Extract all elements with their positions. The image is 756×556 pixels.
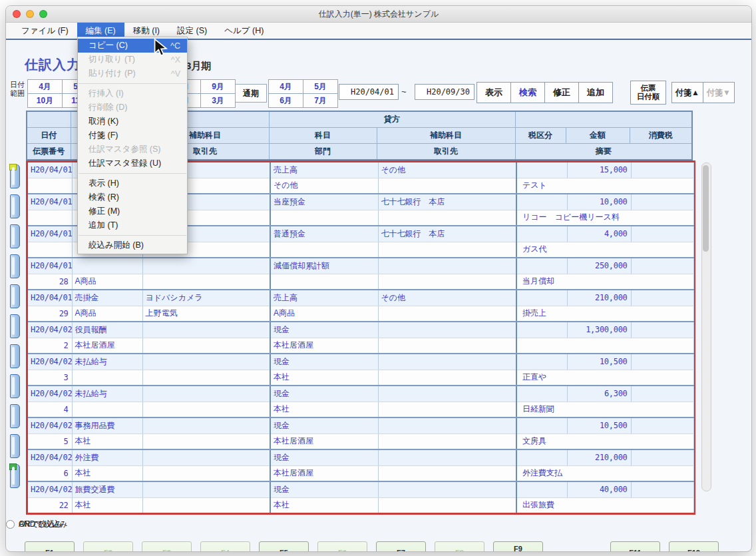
tax-class-cell[interactable] (516, 417, 567, 433)
slip-number-cell[interactable]: 6 (28, 465, 72, 481)
month-button[interactable]: 10月 (28, 94, 62, 107)
table-row[interactable]: 29A商品上野電気A商品掛売上 (28, 306, 693, 322)
date-to-input[interactable]: H20/09/30 (415, 84, 474, 100)
date-cell[interactable]: H20/04/02 (28, 386, 72, 402)
month-button[interactable]: 9月 (201, 80, 235, 93)
month-button[interactable]: 5月 (303, 80, 337, 93)
date-cell[interactable]: H20/04/02 (28, 417, 72, 433)
consumption-tax-cell[interactable] (631, 449, 693, 465)
debit-sub-cell[interactable] (142, 417, 270, 433)
table-row[interactable]: 6本社本社居酒屋外注費支払 (28, 465, 693, 481)
context-menu-item[interactable]: 追加 (T) (78, 218, 187, 232)
credit-sub-cell[interactable]: 七十七銀行 本店 (378, 226, 516, 242)
table-row[interactable]: 5本社本社居酒屋文房具 (28, 433, 693, 449)
debit-dept-cell[interactable] (72, 402, 142, 417)
debit-sub-cell[interactable] (142, 481, 270, 497)
amount-cell[interactable]: 10,000 (567, 194, 631, 210)
slip-number-cell[interactable]: 2 (28, 338, 72, 354)
consumption-tax-cell[interactable] (631, 417, 693, 433)
search-button[interactable]: 検索 (510, 82, 545, 103)
fkey-f1-button[interactable]: F1ヘルプ (25, 541, 75, 552)
fkey-f5-button[interactable]: F5絞込み開始 (259, 541, 309, 552)
table-row[interactable]: H20/04/02役員報酬現金1,300,000 (28, 322, 693, 338)
tax-class-cell[interactable] (516, 386, 567, 402)
credit-dept-cell[interactable]: A商品 (270, 306, 378, 322)
credit-dept-cell[interactable]: 本社 (270, 370, 378, 386)
memo-cell[interactable]: 掛売上 (516, 306, 693, 322)
memo-cell[interactable] (516, 338, 693, 354)
context-menu-item[interactable]: 検索 (R) (78, 190, 187, 204)
slip-number-cell[interactable]: 29 (28, 306, 72, 322)
credit-partner-cell[interactable] (378, 497, 516, 513)
fusen-up-button[interactable]: 付箋▲ (671, 82, 703, 103)
credit-account-cell[interactable]: 現金 (270, 386, 378, 402)
fkey-f12-button[interactable]: F12終了 (669, 541, 719, 552)
amount-cell[interactable]: 6,300 (567, 386, 631, 402)
debit-account-cell[interactable]: 未払給与 (72, 386, 142, 402)
debit-partner-cell[interactable]: 上野電気 (142, 306, 270, 322)
debit-partner-cell[interactable] (142, 433, 270, 449)
month-button[interactable]: 4月 (28, 80, 62, 93)
tax-class-cell[interactable] (516, 481, 567, 497)
debit-sub-cell[interactable] (142, 258, 270, 274)
debit-sub-cell[interactable] (142, 354, 270, 370)
credit-partner-cell[interactable] (378, 274, 516, 290)
date-from-input[interactable]: H20/04/01 (339, 84, 399, 100)
credit-account-cell[interactable]: 現金 (270, 449, 378, 465)
debit-partner-cell[interactable] (142, 497, 270, 513)
memo-cell[interactable]: 日経新聞 (516, 402, 693, 417)
debit-sub-cell[interactable] (142, 386, 270, 402)
minimize-icon[interactable] (26, 10, 34, 18)
debit-sub-cell[interactable] (142, 449, 270, 465)
tax-class-cell[interactable] (516, 354, 567, 370)
scrollbar-thumb[interactable] (703, 165, 709, 252)
tax-class-cell[interactable] (516, 226, 567, 242)
credit-account-cell[interactable]: 売上高 (270, 162, 378, 178)
date-cell[interactable]: H20/04/01 (28, 162, 72, 178)
fkey-f11-button[interactable]: F11付箋 (610, 541, 660, 552)
month-button[interactable]: 6月 (269, 94, 303, 107)
credit-sub-cell[interactable] (378, 354, 516, 370)
credit-sub-cell[interactable] (378, 481, 516, 497)
credit-partner-cell[interactable] (378, 306, 516, 322)
credit-account-cell[interactable]: 現金 (270, 417, 378, 433)
memo-cell[interactable]: 文房具 (516, 433, 693, 449)
consumption-tax-cell[interactable] (631, 481, 693, 497)
credit-partner-cell[interactable] (378, 210, 516, 226)
context-menu-item[interactable]: 取消 (K) (78, 115, 187, 129)
credit-dept-cell[interactable] (270, 242, 378, 258)
debit-dept-cell[interactable]: 本社 (72, 433, 142, 449)
slip-number-cell[interactable]: 22 (28, 497, 72, 513)
amount-cell[interactable]: 4,000 (567, 226, 631, 242)
date-cell[interactable]: H20/04/01 (28, 258, 72, 274)
credit-partner-cell[interactable] (378, 178, 516, 194)
credit-sub-cell[interactable] (378, 449, 516, 465)
credit-account-cell[interactable]: 現金 (270, 322, 378, 338)
context-menu-item[interactable]: 表示 (H) (78, 176, 187, 190)
date-cell[interactable]: H20/04/01 (28, 226, 72, 242)
table-row[interactable]: H20/04/01売掛金ヨドバシカメラ売上高その他210,000 (28, 290, 693, 306)
debit-account-cell[interactable]: 役員報酬 (72, 322, 142, 338)
date-cell[interactable]: H20/04/01 (28, 290, 72, 306)
credit-dept-cell[interactable]: 本社 (270, 497, 378, 513)
debit-dept-cell[interactable]: 本社居酒屋 (72, 338, 142, 354)
context-menu-item[interactable]: コピー (C)^C (78, 39, 187, 53)
credit-sub-cell[interactable] (378, 258, 516, 274)
tax-class-cell[interactable] (516, 290, 567, 306)
tax-class-cell[interactable] (516, 449, 567, 465)
table-row[interactable]: H20/04/02未払給与現金10,500 (28, 354, 693, 370)
menubar-item[interactable]: ヘルプ (H) (216, 23, 272, 39)
credit-sub-cell[interactable] (378, 322, 516, 338)
debit-dept-cell[interactable] (72, 370, 142, 386)
credit-sub-cell[interactable]: その他 (378, 162, 516, 178)
memo-cell[interactable]: 外注費支払 (516, 465, 693, 481)
credit-account-cell[interactable]: 当座預金 (270, 194, 378, 210)
credit-partner-cell[interactable] (378, 370, 516, 386)
debit-account-cell[interactable]: 旅費交通費 (72, 481, 142, 497)
table-row[interactable]: 4本社日経新聞 (28, 402, 693, 417)
credit-sub-cell[interactable]: 七十七銀行 本店 (378, 194, 516, 210)
tax-class-cell[interactable] (516, 194, 567, 210)
consumption-tax-cell[interactable] (631, 386, 693, 402)
date-cell[interactable]: H20/04/02 (28, 449, 72, 465)
credit-dept-cell[interactable]: 本社居酒屋 (270, 433, 378, 449)
